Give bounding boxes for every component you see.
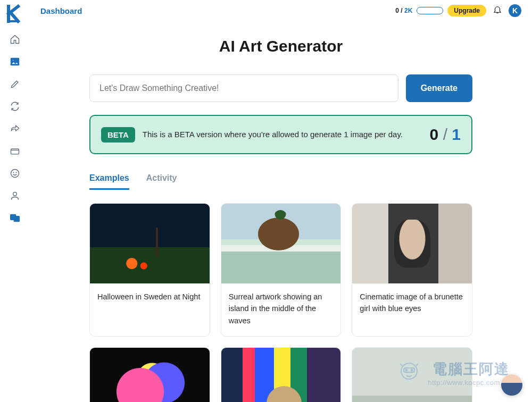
- example-card[interactable]: Surreal artwork showing an island in the…: [221, 203, 342, 337]
- example-card[interactable]: [221, 347, 342, 402]
- example-card[interactable]: Cinematic image of a brunette girl with …: [352, 203, 472, 337]
- svg-point-5: [13, 172, 14, 173]
- sidebar: A文: [0, 0, 30, 402]
- beta-count: 0 / 1: [430, 125, 461, 144]
- examples-grid: Halloween in Sweden at NightSurreal artw…: [89, 203, 472, 402]
- wallet-icon[interactable]: [9, 145, 21, 157]
- example-thumbnail: [221, 204, 341, 283]
- notifications-icon[interactable]: [493, 5, 502, 16]
- home-icon[interactable]: [9, 33, 21, 46]
- example-caption: Halloween in Sweden at Night: [90, 283, 210, 312]
- smile-icon[interactable]: [9, 167, 21, 180]
- tab-examples[interactable]: Examples: [89, 173, 129, 190]
- beta-badge: BETA: [101, 127, 135, 143]
- upgrade-button[interactable]: Upgrade: [447, 5, 486, 16]
- main-content: AI Art Generator Generate BETA This is a…: [30, 21, 532, 402]
- example-card[interactable]: Halloween in Sweden at Night: [89, 203, 210, 337]
- generate-button[interactable]: Generate: [406, 74, 472, 102]
- prompt-input[interactable]: [89, 74, 398, 102]
- user-icon[interactable]: [9, 189, 21, 202]
- svg-point-4: [11, 170, 19, 178]
- credits-counter: 0 / 2K: [395, 7, 412, 14]
- svg-point-6: [16, 172, 16, 173]
- beta-notice: BETA This is a BETA version where you're…: [89, 115, 472, 154]
- svg-rect-3: [11, 149, 19, 154]
- example-thumbnail: [90, 204, 210, 283]
- image-icon[interactable]: [9, 55, 21, 68]
- example-thumbnail: [352, 348, 472, 402]
- svg-rect-0: [8, 20, 19, 22]
- share-arrow-icon[interactable]: [9, 122, 21, 135]
- app-logo[interactable]: [5, 4, 24, 23]
- example-thumbnail: [90, 348, 210, 402]
- user-avatar[interactable]: K: [509, 4, 521, 17]
- prompt-row: Generate: [89, 74, 472, 102]
- example-card[interactable]: [89, 347, 210, 402]
- header: Dashboard 0 / 2K Upgrade K: [30, 0, 532, 21]
- svg-text:A: A: [12, 215, 14, 219]
- tabs: Examples Activity: [89, 173, 472, 190]
- page-breadcrumb[interactable]: Dashboard: [40, 6, 82, 15]
- svg-text:文: 文: [15, 217, 19, 221]
- example-thumbnail: [221, 348, 341, 402]
- page-title: AI Art Generator: [89, 37, 472, 55]
- credits-progress: [417, 7, 443, 14]
- translate-icon[interactable]: A文: [9, 212, 21, 224]
- tab-activity[interactable]: Activity: [146, 173, 177, 190]
- pencil-icon[interactable]: [9, 78, 21, 90]
- example-caption: Surreal artwork showing an island in the…: [221, 283, 341, 336]
- refresh-icon[interactable]: [9, 100, 21, 113]
- chat-widget-icon[interactable]: [501, 374, 522, 396]
- svg-point-7: [13, 192, 17, 196]
- svg-point-2: [12, 60, 14, 61]
- example-card[interactable]: [352, 347, 472, 402]
- example-caption: Cinematic image of a brunette girl with …: [352, 283, 472, 324]
- example-thumbnail: [352, 204, 472, 283]
- beta-text: This is a BETA version where you're allo…: [143, 129, 422, 141]
